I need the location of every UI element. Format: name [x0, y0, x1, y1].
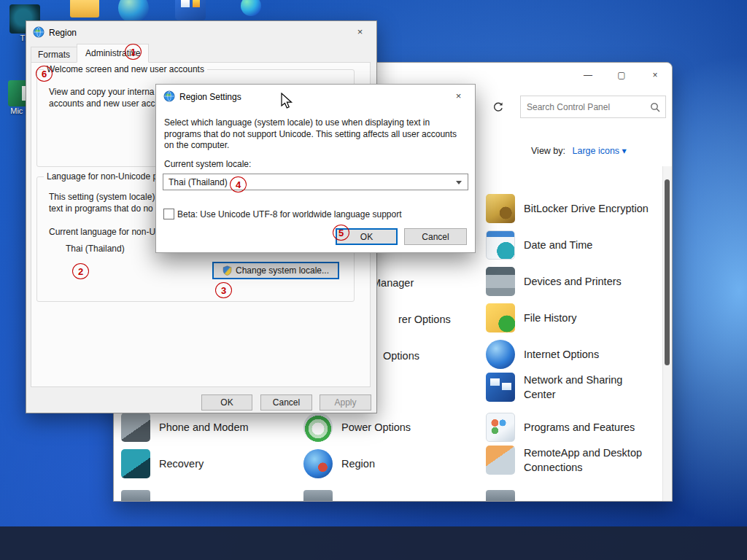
ok-button[interactable]: OK — [201, 394, 252, 411]
close-icon: × — [652, 70, 657, 80]
change-system-locale-button[interactable]: Change system locale... — [212, 262, 339, 279]
power-options-icon — [303, 413, 333, 442]
tab-formats[interactable]: Formats — [31, 47, 77, 63]
cp-item-date-time[interactable]: Date and Time — [486, 230, 666, 260]
minimize-button[interactable]: — — [571, 63, 605, 88]
cp-item-devices-printers[interactable]: Devices and Printers — [486, 267, 666, 296]
desktop-icon-edge[interactable] — [241, 0, 261, 16]
cancel-button[interactable]: Cancel — [260, 394, 312, 411]
internet-options-icon — [486, 340, 515, 369]
partial-icon — [486, 490, 515, 502]
group-text: View and copy your interna — [49, 86, 155, 98]
taskbar: ENG 22:47 26/1/2567 — [0, 526, 747, 560]
annotation-step-4: 4 — [230, 176, 247, 192]
cp-item-network-sharing[interactable]: Network and Sharing Center — [486, 373, 633, 402]
uac-shield-icon — [222, 265, 232, 276]
annotation-step-6: 6 — [36, 66, 53, 82]
region-settings-icon — [163, 90, 175, 102]
scrollbar-thumb[interactable] — [665, 179, 670, 365]
desktop-icon-tiles[interactable] — [175, 0, 206, 20]
refresh-button[interactable] — [487, 96, 509, 118]
cp-item-file-history[interactable]: File History — [486, 303, 666, 332]
group-legend: Language for non-Unicode p — [44, 171, 160, 182]
devices-and-printers-icon — [486, 267, 515, 296]
cp-item-remoteapp[interactable]: RemoteApp and Desktop Connections — [486, 446, 655, 475]
mouse-cursor — [280, 93, 293, 110]
current-language-label: Current language for non-U — [49, 226, 155, 238]
dialog-title: Region — [49, 28, 77, 38]
maximize-icon: ▢ — [617, 70, 625, 80]
system-locale-dropdown[interactable]: Thai (Thailand) — [163, 174, 468, 190]
view-by-label: View by: — [531, 146, 565, 156]
apply-button[interactable]: Apply — [320, 394, 371, 411]
system-locale-value: Thai (Thailand) — [169, 177, 228, 187]
close-button[interactable]: × — [638, 63, 672, 88]
cp-item-label-fragment[interactable]: Manager — [372, 276, 414, 290]
bitlocker-icon — [486, 194, 515, 223]
date-and-time-icon — [486, 230, 515, 260]
annotation-step-2: 2 — [72, 263, 89, 279]
cp-item-phone-modem[interactable]: Phone and Modem — [121, 413, 298, 442]
annotation-step-5: 5 — [333, 225, 349, 241]
cp-item-internet-options[interactable]: Internet Options — [486, 340, 666, 369]
remoteapp-icon — [486, 446, 515, 475]
close-button[interactable]: × — [344, 21, 376, 42]
partial-icon — [121, 490, 150, 502]
cp-item-region[interactable]: Region — [303, 449, 480, 478]
minimize-icon: — — [584, 70, 592, 80]
beta-utf8-label: Beta: Use Unicode UTF-8 for worldwide la… — [177, 209, 402, 220]
cp-item-power-options[interactable]: Power Options — [303, 413, 480, 442]
region-icon — [303, 449, 333, 478]
beta-utf8-checkbox[interactable] — [163, 209, 174, 219]
group-text: accounts and new user acc — [49, 98, 155, 109]
maximize-button[interactable]: ▢ — [605, 63, 638, 88]
partial-icon — [303, 490, 333, 502]
region-settings-dialog: Region Settings × Select which language … — [155, 84, 476, 253]
recovery-icon — [121, 449, 150, 478]
dialog-title: Region Settings — [179, 92, 241, 102]
close-icon: × — [357, 26, 363, 37]
close-icon: × — [456, 90, 462, 101]
annotation-step-1: 1 — [125, 44, 142, 60]
control-panel-search-input[interactable] — [520, 96, 666, 118]
chevron-down-icon — [456, 181, 462, 184]
search-icon — [650, 102, 660, 112]
change-system-locale-label: Change system locale... — [236, 265, 329, 276]
view-by-value[interactable]: Large icons — [573, 146, 620, 156]
group-text: text in programs that do no — [49, 203, 153, 214]
programs-features-icon — [486, 413, 515, 442]
phone-modem-icon — [121, 413, 150, 442]
cancel-button[interactable]: Cancel — [404, 228, 467, 245]
cp-item-label-fragment[interactable]: Options — [383, 349, 419, 363]
cp-item-programs-features[interactable]: Programs and Features — [486, 413, 666, 442]
region-dialog-icon — [33, 26, 44, 38]
group-text: This setting (system locale) — [49, 191, 155, 203]
view-by-control: View by: Large icons ▾ — [531, 145, 627, 156]
desktop: Th Mic E — ▢ × View by: Large icons ▾ Bi… — [0, 0, 747, 560]
file-history-icon — [486, 303, 515, 332]
cp-item-bitlocker[interactable]: BitLocker Drive Encryption — [486, 194, 666, 223]
current-language-value: Thai (Thailand) — [66, 243, 125, 254]
current-system-locale-label: Current system locale: — [164, 158, 251, 170]
dialog-description: Select which language (system locale) to… — [164, 117, 468, 152]
chevron-down-icon[interactable]: ▾ — [622, 146, 627, 156]
close-button[interactable]: × — [442, 85, 475, 106]
refresh-icon — [492, 101, 504, 113]
cp-item-label-fragment[interactable]: rer Options — [398, 312, 451, 327]
network-sharing-icon — [486, 373, 515, 402]
desktop-icon-folder[interactable] — [70, 0, 99, 18]
group-legend: Welcome screen and new user accounts — [44, 64, 207, 74]
cp-item-recovery[interactable]: Recovery — [121, 449, 298, 478]
annotation-step-3: 3 — [215, 282, 232, 298]
